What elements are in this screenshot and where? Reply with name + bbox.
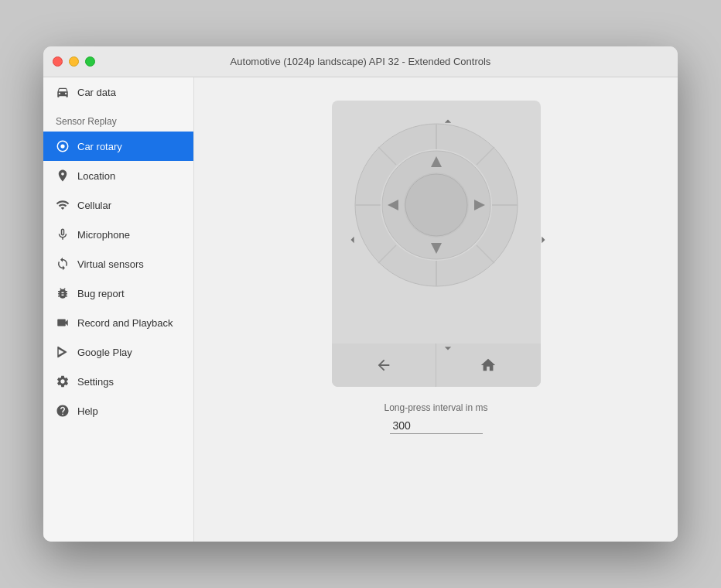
sidebar-label-settings: Settings: [77, 376, 114, 388]
sidebar-item-car-rotary[interactable]: Car rotary: [43, 132, 193, 161]
car-rotary-panel: Long-press interval in ms: [194, 77, 678, 542]
location-icon: [56, 169, 70, 183]
sidebar-label-record-playback: Record and Playback: [77, 317, 173, 329]
sidebar-item-cellular[interactable]: Cellular: [43, 190, 193, 220]
sidebar: Car data Sensor Replay Car rotary Locati…: [43, 77, 194, 542]
sidebar-item-virtual-sensors[interactable]: Virtual sensors: [43, 249, 193, 279]
svg-point-1: [60, 144, 64, 148]
main-window: Automotive (1024p landscape) API 32 - Ex…: [43, 46, 678, 542]
window-title: Automotive (1024p landscape) API 32 - Ex…: [231, 56, 491, 67]
back-button[interactable]: [332, 344, 437, 387]
sidebar-item-location[interactable]: Location: [43, 161, 193, 190]
close-button[interactable]: [53, 56, 63, 67]
window-controls: [53, 56, 95, 67]
sidebar-item-car-data[interactable]: Car data: [43, 77, 193, 107]
sidebar-item-help[interactable]: Help: [43, 396, 193, 426]
maximize-button[interactable]: [85, 56, 95, 67]
cellular-icon: [56, 198, 70, 212]
long-press-input[interactable]: [390, 418, 483, 434]
sidebar-label-sensor-replay: Sensor Replay: [56, 116, 117, 127]
rotary-container: Long-press interval in ms: [332, 101, 541, 434]
google-play-icon: [56, 345, 70, 359]
sidebar-label-help: Help: [77, 405, 98, 417]
minimize-button[interactable]: [69, 56, 79, 67]
sidebar-label-bug-report: Bug report: [77, 288, 125, 299]
help-icon: [56, 404, 70, 418]
rotary-left-button[interactable]: [341, 228, 364, 251]
svg-point-18: [405, 174, 467, 236]
long-press-section: Long-press interval in ms: [384, 402, 487, 434]
rotary-down-button[interactable]: [436, 337, 460, 360]
sidebar-item-settings[interactable]: Settings: [43, 367, 193, 396]
rotary-widget: [332, 101, 541, 387]
titlebar: Automotive (1024p landscape) API 32 - Ex…: [43, 46, 678, 77]
sidebar-label-car-rotary: Car rotary: [77, 141, 122, 152]
sidebar-label-location: Location: [77, 170, 115, 182]
sidebar-label-cellular: Cellular: [77, 200, 111, 211]
sidebar-label-car-data: Car data: [77, 87, 116, 98]
sidebar-label-google-play: Google Play: [77, 347, 132, 358]
rotary-icon: [56, 139, 70, 153]
main-content-area: Car data Sensor Replay Car rotary Locati…: [43, 77, 678, 542]
rotary-up-button[interactable]: [436, 110, 460, 133]
sidebar-label-virtual-sensors: Virtual sensors: [77, 258, 144, 270]
car-icon: [56, 85, 70, 99]
sidebar-item-microphone[interactable]: Microphone: [43, 220, 193, 249]
sidebar-label-microphone: Microphone: [77, 229, 130, 241]
microphone-icon: [56, 227, 70, 241]
virtual-sensors-icon: [56, 257, 70, 271]
settings-icon: [56, 374, 70, 388]
bug-report-icon: [56, 286, 70, 300]
sidebar-section-sensor-replay: Sensor Replay: [43, 107, 193, 132]
rotary-right-button[interactable]: [531, 228, 555, 251]
long-press-label: Long-press interval in ms: [384, 402, 487, 413]
sidebar-item-bug-report[interactable]: Bug report: [43, 279, 193, 308]
record-playback-icon: [56, 316, 70, 330]
sidebar-item-record-playback[interactable]: Record and Playback: [43, 308, 193, 337]
sidebar-item-google-play[interactable]: Google Play: [43, 337, 193, 367]
